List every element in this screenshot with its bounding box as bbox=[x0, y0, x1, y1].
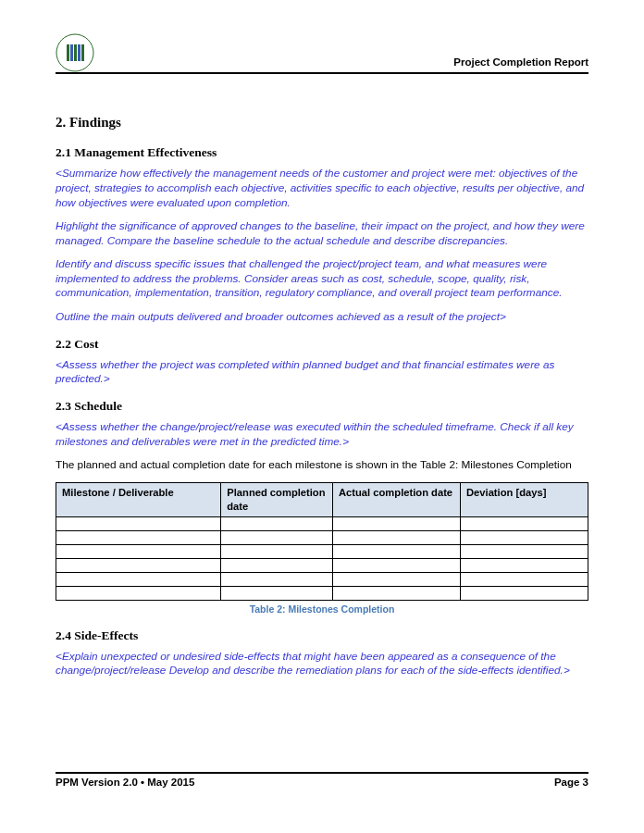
table-cell bbox=[221, 587, 333, 601]
table-header-row: Milestone / Deliverable Planned completi… bbox=[56, 483, 588, 517]
svg-rect-5 bbox=[81, 44, 84, 61]
body-text: The planned and actual completion date f… bbox=[56, 458, 588, 473]
table-cell bbox=[56, 573, 221, 587]
page-footer: PPM Version 2.0 • May 2015 Page 3 bbox=[56, 772, 588, 790]
table-cell bbox=[56, 559, 221, 573]
footer-page-number: Page 3 bbox=[554, 776, 588, 790]
table-cell bbox=[221, 517, 333, 531]
table-cell bbox=[461, 559, 588, 573]
table-row bbox=[56, 587, 588, 601]
guidance-text: <Assess whether the change/project/relea… bbox=[56, 420, 588, 449]
table-cell bbox=[56, 517, 221, 531]
table-caption: Table 2: Milestones Completion bbox=[56, 603, 588, 615]
table-header-cell: Actual completion date bbox=[333, 483, 461, 517]
svg-rect-2 bbox=[70, 44, 73, 61]
table-cell bbox=[333, 531, 461, 545]
table-cell bbox=[221, 559, 333, 573]
svg-rect-1 bbox=[67, 44, 69, 61]
table-cell bbox=[333, 559, 461, 573]
table-cell bbox=[56, 545, 221, 559]
header-title: Project Completion Report bbox=[453, 56, 588, 70]
footer-version: PPM Version 2.0 • May 2015 bbox=[56, 776, 194, 790]
subheading-2-3: 2.3 Schedule bbox=[56, 398, 588, 415]
svg-rect-3 bbox=[74, 44, 77, 61]
guidance-text: <Explain unexpected or undesired side-ef… bbox=[56, 650, 588, 678]
table-row bbox=[56, 545, 588, 559]
table-row bbox=[56, 531, 588, 545]
subheading-2-4: 2.4 Side-Effects bbox=[56, 628, 588, 644]
table-cell bbox=[461, 573, 588, 587]
table-cell bbox=[221, 573, 333, 587]
table-cell bbox=[333, 573, 461, 587]
table-cell bbox=[461, 545, 588, 559]
guidance-text: Outline the main outputs delivered and b… bbox=[56, 310, 588, 325]
table-header-cell: Milestone / Deliverable bbox=[56, 483, 221, 517]
table-cell bbox=[461, 531, 588, 545]
table-cell bbox=[461, 517, 588, 531]
subheading-2-1: 2.1 Management Effectiveness bbox=[56, 144, 588, 161]
table-cell bbox=[221, 531, 333, 545]
table-cell bbox=[461, 587, 588, 601]
guidance-text: Identify and discuss specific issues tha… bbox=[56, 257, 588, 301]
document-page: Project Completion Report 2. Findings 2.… bbox=[0, 0, 644, 833]
table-header-cell: Deviation [days] bbox=[461, 483, 588, 517]
section-heading-findings: 2. Findings bbox=[56, 113, 588, 131]
table-cell bbox=[56, 531, 221, 545]
guidance-text: Highlight the significance of approved c… bbox=[56, 219, 588, 248]
subheading-2-2: 2.2 Cost bbox=[56, 336, 588, 353]
guidance-text: <Assess whether the project was complete… bbox=[56, 358, 588, 387]
table-row bbox=[56, 573, 588, 587]
table-row bbox=[56, 559, 588, 573]
table-header-cell: Planned completion date bbox=[221, 483, 333, 517]
table-row bbox=[56, 517, 588, 531]
milestones-table: Milestone / Deliverable Planned completi… bbox=[56, 482, 588, 601]
guidance-text: <Summarize how effectively the managemen… bbox=[56, 167, 588, 210]
table-cell bbox=[221, 545, 333, 559]
table-cell bbox=[333, 587, 461, 601]
hud-logo-icon bbox=[56, 33, 94, 72]
table-cell bbox=[333, 545, 461, 559]
page-header: Project Completion Report bbox=[56, 33, 588, 74]
table-cell bbox=[56, 587, 221, 601]
table-cell bbox=[333, 517, 461, 531]
svg-rect-4 bbox=[78, 44, 80, 61]
